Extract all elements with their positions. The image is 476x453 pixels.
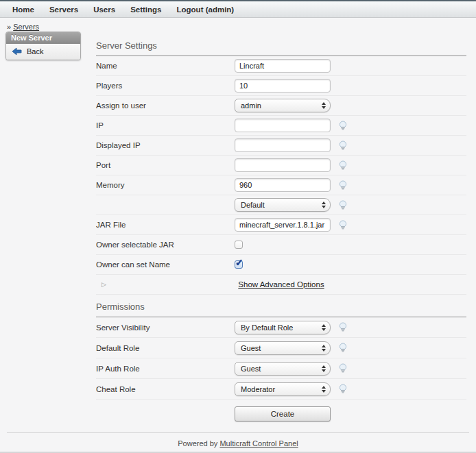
memory-input[interactable]	[235, 178, 331, 192]
nav-item-users[interactable]: Users	[86, 5, 123, 14]
section-title-permissions: Permissions	[96, 302, 466, 313]
row-advanced-options: ▷ Show Advanced Options	[96, 275, 466, 295]
cheat-role-label: Cheat Role	[96, 385, 235, 393]
server-visibility-label: Server Visibility	[96, 323, 235, 332]
ip-auth-role-label: IP Auth Role	[96, 365, 235, 373]
memory-label: Memory	[96, 181, 235, 189]
default-role-help-lightbulb-icon[interactable]	[338, 343, 348, 353]
section-title-server-settings: Server Settings	[96, 40, 466, 51]
memory-help-lightbulb-icon[interactable]	[338, 180, 348, 191]
main-content: Server Settings Name Players Assign to u…	[96, 40, 466, 421]
jar-file-input[interactable]	[235, 218, 331, 232]
select-value: By Default Role	[241, 323, 293, 332]
sidebar: New Server Back	[5, 32, 81, 60]
footer: Powered by Multicraft Control Panel	[7, 432, 469, 448]
jar-file-label: JAR File	[96, 221, 235, 229]
row-port: Port	[96, 156, 466, 175]
row-assign-to-user: Assign to user admin	[96, 96, 466, 116]
row-jar-type: Default	[96, 195, 466, 215]
updown-stepper-icon	[322, 102, 326, 109]
owner-selectable-jar-label: Owner selectable JAR	[96, 241, 235, 249]
ip-auth-role-help-lightbulb-icon[interactable]	[338, 363, 348, 374]
row-default-role: Default Role Guest	[96, 338, 466, 358]
assign-to-user-label: Assign to user	[96, 101, 235, 110]
row-players: Players	[96, 76, 466, 96]
row-name: Name	[96, 56, 466, 76]
port-input[interactable]	[235, 158, 331, 172]
row-cheat-role: Cheat Role Moderator	[96, 379, 466, 400]
jar-type-select[interactable]: Default	[235, 198, 331, 212]
jar-type-help-lightbulb-icon[interactable]	[338, 200, 348, 210]
back-button[interactable]: Back	[6, 44, 80, 60]
row-owner-selectable-jar: Owner selectable JAR ✓	[96, 235, 466, 255]
breadcrumb-link-servers[interactable]: Servers	[13, 23, 39, 31]
cheat-role-help-lightbulb-icon[interactable]	[338, 384, 348, 394]
breadcrumb: » Servers	[7, 23, 476, 32]
server-visibility-help-lightbulb-icon[interactable]	[338, 322, 348, 332]
create-button[interactable]: Create	[235, 406, 331, 421]
displayed-ip-input[interactable]	[235, 138, 331, 152]
footer-text: Powered by	[178, 439, 217, 448]
players-input[interactable]	[235, 79, 331, 93]
owner-can-set-name-label: Owner can set Name	[96, 260, 235, 269]
show-advanced-options-link[interactable]: Show Advanced Options	[238, 280, 324, 289]
server-visibility-select[interactable]: By Default Role	[235, 321, 331, 334]
ip-auth-role-select[interactable]: Guest	[235, 362, 331, 376]
checkmark-icon: ✓	[235, 257, 243, 268]
nav-item-settings[interactable]: Settings	[123, 5, 169, 14]
cheat-role-select[interactable]: Moderator	[235, 382, 331, 396]
displayed-ip-help-lightbulb-icon[interactable]	[338, 140, 348, 151]
nav-item-logout[interactable]: Logout (admin)	[169, 5, 242, 14]
ip-input[interactable]	[235, 119, 331, 132]
select-value: Default	[241, 201, 265, 209]
displayed-ip-label: Displayed IP	[96, 141, 235, 149]
ip-label: IP	[96, 121, 235, 130]
footer-link-multicraft[interactable]: Multicraft Control Panel	[219, 439, 298, 448]
nav-item-servers[interactable]: Servers	[42, 5, 86, 14]
updown-stepper-icon	[322, 201, 326, 208]
nav-item-home[interactable]: Home	[5, 5, 42, 14]
owner-selectable-jar-checkbox[interactable]: ✓	[235, 241, 243, 249]
jar-file-help-lightbulb-icon[interactable]	[338, 220, 348, 230]
row-ip-auth-role: IP Auth Role Guest	[96, 358, 466, 379]
sidebar-title: New Server	[6, 32, 80, 44]
row-memory: Memory	[96, 175, 466, 195]
back-arrow-icon	[12, 47, 22, 56]
updown-stepper-icon	[322, 324, 326, 331]
row-displayed-ip: Displayed IP	[96, 136, 466, 156]
row-owner-can-set-name: Owner can set Name ✓	[96, 255, 466, 275]
port-label: Port	[96, 161, 235, 169]
default-role-select[interactable]: Guest	[235, 341, 331, 355]
row-create: Create	[96, 400, 466, 421]
assign-to-user-select[interactable]: admin	[235, 99, 331, 112]
ip-help-lightbulb-icon[interactable]	[338, 121, 348, 131]
port-help-lightbulb-icon[interactable]	[338, 160, 348, 171]
owner-can-set-name-checkbox[interactable]: ✓	[235, 260, 243, 269]
top-navbar: Home Servers Users Settings Logout (admi…	[0, 0, 476, 18]
updown-stepper-icon	[322, 345, 326, 352]
breadcrumb-marker: »	[7, 23, 11, 31]
updown-stepper-icon	[322, 365, 326, 372]
back-label: Back	[27, 47, 43, 56]
name-label: Name	[96, 62, 235, 70]
disclosure-triangle-icon[interactable]: ▷	[102, 282, 106, 288]
updown-stepper-icon	[322, 386, 326, 393]
select-value: admin	[241, 101, 261, 110]
name-input[interactable]	[235, 59, 331, 73]
players-label: Players	[96, 82, 235, 90]
select-value: Guest	[241, 344, 261, 352]
row-jar-file: JAR File	[96, 215, 466, 235]
select-value: Moderator	[241, 385, 275, 393]
row-server-visibility: Server Visibility By Default Role	[96, 317, 466, 338]
default-role-label: Default Role	[96, 344, 235, 352]
select-value: Guest	[241, 365, 261, 373]
row-ip: IP	[96, 116, 466, 136]
